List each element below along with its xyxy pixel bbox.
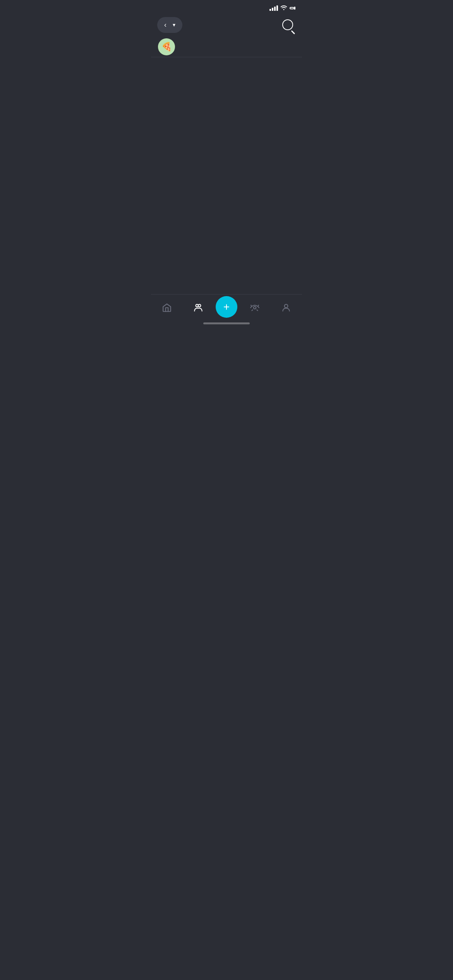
- month-nav[interactable]: ‹ ▾: [157, 17, 182, 33]
- svg-point-1: [198, 304, 201, 307]
- signal-icon: [269, 5, 278, 11]
- nav-home[interactable]: [151, 303, 182, 314]
- time-gutter: [151, 57, 182, 276]
- nav-profile[interactable]: [271, 303, 302, 314]
- battery-icon: [290, 7, 294, 9]
- status-icons: [269, 5, 294, 11]
- search-button[interactable]: [280, 17, 296, 33]
- status-bar: [151, 0, 302, 14]
- calendar-avatar-cell: 🍕: [151, 38, 182, 55]
- svg-point-2: [254, 306, 256, 309]
- home-icon: [162, 303, 172, 313]
- calendar-day-header: 🍕: [151, 36, 302, 57]
- svg-point-3: [285, 304, 288, 308]
- contacts-icon: [193, 303, 203, 313]
- home-indicator: [203, 322, 250, 324]
- search-icon: [282, 19, 293, 30]
- chevron-down-icon: ▾: [173, 22, 175, 28]
- pizza-avatar: 🍕: [158, 38, 175, 55]
- wifi-icon: [280, 5, 287, 11]
- profile-icon: [281, 303, 291, 313]
- add-button[interactable]: +: [216, 296, 237, 318]
- nav-add[interactable]: +: [214, 299, 239, 318]
- nav-contacts[interactable]: [182, 303, 214, 314]
- activity-icon: [250, 303, 260, 313]
- pizza-icon: 🍕: [161, 42, 172, 52]
- grid-body: [182, 57, 302, 276]
- back-arrow-icon: ‹: [164, 21, 166, 29]
- nav-activity[interactable]: [239, 303, 271, 314]
- grid-lines: [182, 57, 302, 276]
- calendar-header: ‹ ▾: [151, 14, 302, 36]
- calendar-grid[interactable]: [151, 57, 302, 276]
- bottom-nav: +: [151, 294, 302, 327]
- plus-icon: +: [223, 302, 230, 312]
- events-layer: [182, 57, 302, 276]
